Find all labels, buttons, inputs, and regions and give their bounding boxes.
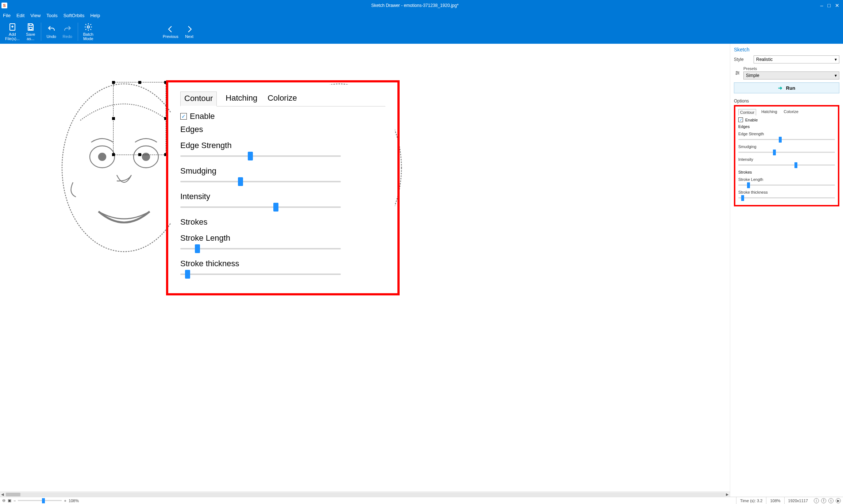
undo-icon	[47, 25, 56, 34]
arrow-right-icon	[185, 25, 194, 34]
app-icon: S	[1, 3, 7, 8]
menu-view[interactable]: View	[30, 13, 41, 18]
svg-rect-4	[29, 27, 32, 30]
ribbon-separator	[78, 23, 78, 41]
gear-icon	[84, 23, 93, 31]
menu-edit[interactable]: Edit	[16, 13, 24, 18]
minimize-button[interactable]: –	[820, 3, 823, 8]
title-bar: S Sketch Drawer - emotions-371238_1920.j…	[0, 0, 843, 11]
maximize-button[interactable]: □	[828, 3, 831, 8]
close-button[interactable]: ✕	[835, 3, 839, 8]
next-button[interactable]: Next	[182, 23, 197, 40]
save-icon	[26, 23, 35, 31]
window-title: Sketch Drawer - emotions-371238_1920.jpg…	[9, 3, 820, 8]
file-plus-icon	[8, 23, 17, 31]
svg-rect-3	[29, 24, 32, 26]
undo-button[interactable]: Undo	[44, 23, 59, 40]
add-files-button[interactable]: Add File(s)...	[3, 21, 22, 42]
ribbon: Add File(s)... Save as... Undo Redo Batc…	[0, 20, 843, 44]
redo-button[interactable]: Redo	[60, 23, 75, 40]
menu-file[interactable]: File	[3, 13, 11, 18]
previous-button[interactable]: Previous	[161, 23, 181, 40]
menu-help[interactable]: Help	[90, 13, 100, 18]
menu-bar: File Edit View Tools SoftOrbits Help	[0, 11, 843, 20]
menu-tools[interactable]: Tools	[46, 13, 57, 18]
save-as-button[interactable]: Save as...	[23, 21, 38, 42]
svg-point-5	[87, 26, 89, 28]
redo-icon	[63, 25, 72, 34]
menu-softorbits[interactable]: SoftOrbits	[63, 13, 85, 18]
arrow-left-icon	[166, 25, 175, 34]
ribbon-separator	[41, 23, 41, 41]
batch-mode-button[interactable]: Batch Mode	[81, 21, 96, 42]
